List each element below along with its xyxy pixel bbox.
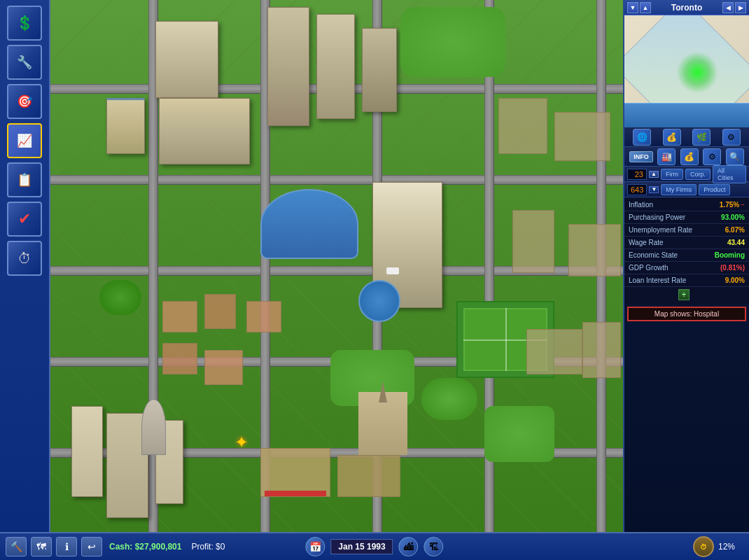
factory-icon-btn[interactable]: 🏭 [657,148,676,165]
back-icon: ↩ [88,541,96,552]
tool-target-btn[interactable]: 🎯 [7,84,42,119]
tool-notebook-btn[interactable]: 📋 [7,162,42,197]
building-4 [362,28,397,112]
inflation-minus[interactable]: − [741,201,745,209]
calendar-icon-btn[interactable]: 📅 [305,537,325,556]
hammer-icon: 🔨 [10,541,22,552]
info-status-button[interactable]: ℹ [56,537,77,556]
date-month: Jan [338,542,353,552]
road-h-2 [50,175,623,185]
speed-display: ⏱ 12% [693,536,735,557]
panel-forward-arrow[interactable]: ▶ [735,2,746,13]
target-tool-icon: 🎯 [17,94,32,109]
building-1 [155,21,218,98]
add-indicator-button[interactable]: + [678,289,690,300]
titlebar-right-arrows[interactable]: ◀ ▶ [722,2,746,13]
roof-stripe [265,491,326,496]
market-building [260,448,330,497]
all-cities-tab[interactable]: All Cities [713,165,746,183]
block-4 [568,224,621,276]
block-2 [554,112,610,161]
profit-display: Profit: $0 [191,542,225,552]
notebook-tool-icon: 📋 [17,172,32,188]
building-icon-btn[interactable]: 🏗 [424,537,444,556]
mini-map-water [624,103,749,127]
purchasing-power-label: Purchasing Power [629,214,685,221]
econ-panel: Inflation 1.75% − Purchasing Power 93.00… [624,197,749,304]
num-arrow-down[interactable]: ▼ [649,186,659,193]
building-2 [267,7,309,126]
inflation-row: Inflation 1.75% − [624,199,749,211]
speed-percentage: 12% [718,542,735,552]
economic-state-value: Booming [715,251,745,259]
calendar-icon: 📅 [309,541,321,552]
city-icon-btn[interactable]: 🏙 [399,537,419,556]
panel-left-arrow[interactable]: ▼ [627,2,638,13]
date-year: 1993 [367,542,386,552]
map-button[interactable]: 🗺 [31,537,52,556]
fountain [358,280,400,322]
profit-label: Profit: [191,542,213,552]
panel-titlebar: ▼ ▲ Toronto ◀ ▶ [624,0,749,15]
panel-right-arrow[interactable]: ◀ [722,2,734,13]
panel-number-row-bottom: 643 ▼ My Firms Product [624,182,749,197]
block-3 [512,210,554,273]
corp-tab[interactable]: Corp. [685,169,710,180]
mini-map-glow [668,43,727,102]
res-block-3 [246,301,281,332]
game-area[interactable]: ✦ [50,0,623,532]
tool-check-btn[interactable]: ✔ [7,202,42,237]
cash-label: Cash: [109,542,132,552]
num-arrow-up[interactable]: ▲ [649,171,659,178]
chart-tool-icon: 📈 [17,133,32,148]
money2-icon-btn[interactable]: 💰 [680,148,699,165]
tool-dollar-btn[interactable]: 💲 [7,6,42,41]
gdp-value: (0.81%) [720,264,745,272]
info-status-icon: ℹ [65,541,69,552]
num-display-top: 23 [627,169,647,180]
leaf-icon-btn[interactable]: 🌿 [692,129,710,146]
economic-state-row: Economic State Booming [624,249,749,262]
panel-title: Toronto [671,3,702,13]
unemployment-label: Unemployment Rate [629,226,692,234]
tool-chart-btn[interactable]: 📈 [7,123,42,158]
historic-building [358,392,407,455]
green-area-3 [484,406,554,462]
unemployment-value: 6.07% [725,226,745,234]
loan-value: 9.00% [725,276,745,284]
block-5 [526,329,582,374]
panel-up-arrow[interactable]: ▲ [640,2,651,13]
product-tab[interactable]: Product [699,184,730,195]
inflation-label: Inflation [629,201,653,209]
config-icon-btn[interactable]: ⚙ [703,148,721,165]
vehicle [386,267,399,274]
firm-tab[interactable]: Firm [661,169,683,180]
date-day: 15 [355,542,364,552]
gauge-tool-icon: ⏱ [18,251,31,267]
titlebar-left-arrows[interactable]: ▼ ▲ [627,2,651,13]
date-box: Jan 15 1993 [330,539,393,554]
loan-label: Loan Interest Rate [629,276,686,284]
hammer-button[interactable]: 🔨 [6,537,27,556]
speed-meter[interactable]: ⏱ [693,536,714,557]
info-button[interactable]: INFO [629,151,653,162]
tool-gauge-btn[interactable]: ⏱ [7,241,42,276]
speed-icon: ⏱ [700,543,707,551]
globe-icon-btn[interactable]: 🌐 [633,129,651,146]
back-button[interactable]: ↩ [81,537,102,556]
map-shows-bar[interactable]: Map shows: Hospital [627,307,746,321]
search-icon-btn[interactable]: 🔍 [726,148,744,165]
gdp-label: GDP Growth [629,264,668,272]
mini-map[interactable] [624,15,749,127]
wage-value: 43.44 [727,239,745,246]
tool-build-btn[interactable]: 🔧 [7,45,42,80]
res-block-4 [162,343,197,374]
purchasing-power-value: 93.00% [721,214,745,221]
gear-icon-btn[interactable]: ⚙ [722,129,741,146]
left-toolbar: 💲 🔧 🎯 📈 📋 ✔ ⏱ [0,0,50,532]
res-block-1 [162,301,197,332]
dollar-icon-btn[interactable]: 💰 [663,129,681,146]
map-icon: 🗺 [36,541,46,552]
my-firms-tab[interactable]: My Firms [661,184,696,195]
green-area-1 [400,7,505,77]
